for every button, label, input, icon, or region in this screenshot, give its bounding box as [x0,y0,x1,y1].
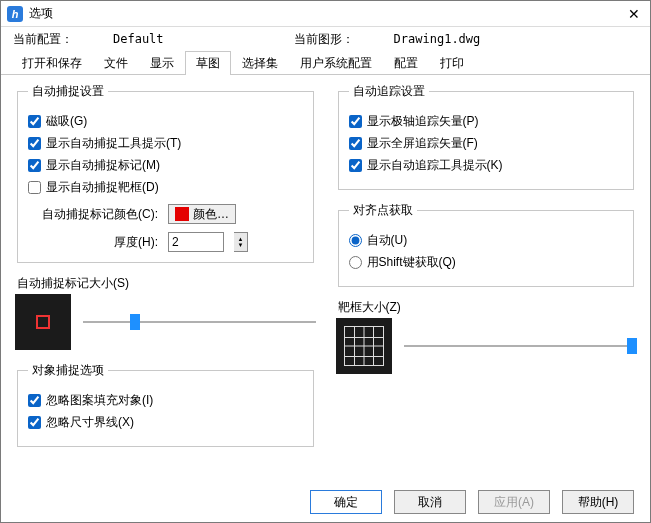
tab-selection[interactable]: 选择集 [231,51,289,75]
autosnap-group: 自动捕捉设置 磁吸(G) 显示自动捕捉工具提示(T) 显示自动捕捉标记(M) 显… [17,83,314,263]
tab-drafting[interactable]: 草图 [185,51,231,75]
autotrack-legend: 自动追踪设置 [349,83,429,100]
close-icon[interactable]: ✕ [624,6,644,22]
color-swatch [175,207,189,221]
aperture-preview-grid-icon [344,326,384,366]
marker-preview-square-icon [36,315,50,329]
help-button[interactable]: 帮助(H) [562,490,634,514]
ok-button[interactable]: 确定 [310,490,382,514]
current-drawing-value: Drawing1.dwg [394,32,481,46]
apply-button[interactable]: 应用(A) [478,490,550,514]
marker-size-label: 自动捕捉标记大小(S) [17,275,316,292]
ignore-hatch-checkbox[interactable] [28,394,41,407]
autosnap-tooltip-label: 显示自动捕捉工具提示(T) [46,135,181,152]
polar-vector-checkbox[interactable] [349,115,362,128]
object-snap-legend: 对象捕捉选项 [28,362,108,379]
tab-print[interactable]: 打印 [429,51,475,75]
tabs: 打开和保存 文件 显示 草图 选择集 用户系统配置 配置 打印 [1,51,650,75]
aperture-size-label: 靶框大小(Z) [338,299,637,316]
align-shift-radio[interactable] [349,256,362,269]
ignore-ext-checkbox[interactable] [28,416,41,429]
align-auto-label: 自动(U) [367,232,408,249]
autosnap-aperture-checkbox[interactable] [28,181,41,194]
autosnap-aperture-label: 显示自动捕捉靶框(D) [46,179,159,196]
thickness-label: 厚度(H): [28,234,158,251]
marker-size-slider[interactable] [83,313,316,331]
tab-open-and-save[interactable]: 打开和保存 [11,51,93,75]
align-acquire-legend: 对齐点获取 [349,202,417,219]
ignore-ext-label: 忽略尺寸界线(X) [46,414,134,431]
current-drawing-label: 当前图形： [294,31,354,48]
options-dialog: h 选项 ✕ 当前配置： Default 当前图形： Drawing1.dwg … [0,0,651,523]
autotrack-tooltip-label: 显示自动追踪工具提示(K) [367,157,503,174]
marker-size-thumb[interactable] [130,314,140,330]
title-bar: h 选项 ✕ [1,1,650,27]
autosnap-tooltip-checkbox[interactable] [28,137,41,150]
marker-color-label: 自动捕捉标记颜色(C): [28,206,158,223]
align-acquire-group: 对齐点获取 自动(U) 用Shift键获取(Q) [338,202,635,287]
marker-color-button[interactable]: 颜色… [168,204,236,224]
thickness-input[interactable] [168,232,224,252]
autotrack-tooltip-checkbox[interactable] [349,159,362,172]
polar-vector-label: 显示极轴追踪矢量(P) [367,113,479,130]
app-icon: h [7,6,23,22]
tab-files[interactable]: 文件 [93,51,139,75]
tab-display[interactable]: 显示 [139,51,185,75]
magnet-checkbox[interactable] [28,115,41,128]
aperture-size-slider[interactable] [404,337,637,355]
object-snap-group: 对象捕捉选项 忽略图案填充对象(I) 忽略尺寸界线(X) [17,362,314,447]
thickness-spinner[interactable]: ▲▼ [234,232,248,252]
magnet-label: 磁吸(G) [46,113,87,130]
cancel-button[interactable]: 取消 [394,490,466,514]
fullscreen-vector-label: 显示全屏追踪矢量(F) [367,135,478,152]
autosnap-marker-checkbox[interactable] [28,159,41,172]
current-profile-label: 当前配置： [13,31,73,48]
autosnap-marker-label: 显示自动捕捉标记(M) [46,157,160,174]
marker-preview [15,294,71,350]
autotrack-group: 自动追踪设置 显示极轴追踪矢量(P) 显示全屏追踪矢量(F) 显示自动追踪工具提… [338,83,635,190]
align-auto-radio[interactable] [349,234,362,247]
ignore-hatch-label: 忽略图案填充对象(I) [46,392,153,409]
window-title: 选项 [29,5,53,22]
profile-info-row: 当前配置： Default 当前图形： Drawing1.dwg [1,27,650,51]
tab-user-system[interactable]: 用户系统配置 [289,51,383,75]
button-bar: 确定 取消 应用(A) 帮助(H) [1,490,650,514]
aperture-size-thumb[interactable] [627,338,637,354]
current-profile-value: Default [113,32,164,46]
align-shift-label: 用Shift键获取(Q) [367,254,456,271]
fullscreen-vector-checkbox[interactable] [349,137,362,150]
autosnap-legend: 自动捕捉设置 [28,83,108,100]
tab-profiles[interactable]: 配置 [383,51,429,75]
aperture-preview [336,318,392,374]
